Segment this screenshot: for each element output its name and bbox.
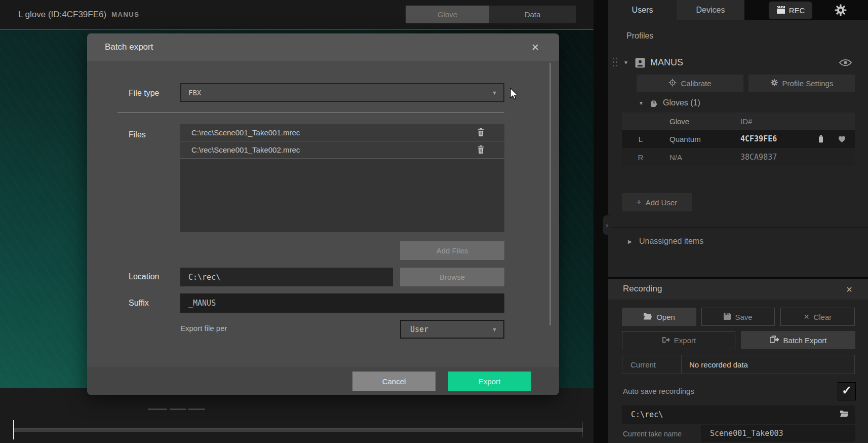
checkmark-icon: ✓ (842, 383, 852, 397)
file-path: C:\rec\Scene001_Take002.mrec (191, 141, 300, 158)
auto-save-label: Auto save recordings (623, 387, 694, 395)
export-file-per-value: User (410, 321, 428, 338)
close-icon[interactable]: ✕ (529, 41, 542, 54)
file-path: C:\rec\Scene001_Take001.mrec (191, 124, 300, 141)
batch-export-dialog: Batch export ✕ File type FBX ▼ Files C:\… (87, 33, 559, 395)
glove-type: Quantum (669, 130, 701, 148)
drag-handle-icon[interactable] (613, 58, 618, 68)
floppy-icon (724, 313, 731, 321)
occluded-ui-fragment (170, 409, 186, 410)
add-files-button[interactable]: Add Files (400, 241, 504, 260)
export-button[interactable]: Export (622, 331, 735, 349)
chevron-right-icon: › (606, 221, 608, 229)
occluded-ui-fragment (148, 409, 167, 410)
take-name-label: Current take name (623, 430, 682, 438)
column-header-glove: Glove (669, 113, 689, 130)
files-list: C:\rec\Scene001_Take001.mrec C:\rec\Scen… (180, 124, 504, 232)
current-value: No recorded data (689, 355, 748, 374)
chevron-down-icon: ▼ (492, 326, 497, 333)
open-button[interactable]: Open (622, 308, 696, 326)
profile-settings-button[interactable]: Profile Settings (748, 75, 855, 92)
clear-button[interactable]: ✕ Clear (780, 308, 855, 326)
cancel-button[interactable]: Cancel (352, 372, 436, 391)
dialog-scrollbar[interactable] (549, 63, 551, 325)
calibrate-label: Calibrate (681, 79, 711, 88)
table-row-right-glove[interactable]: R N/A 38CA9837 (622, 148, 855, 166)
recording-header: Recording ✕ (608, 279, 868, 300)
close-icon[interactable]: ✕ (844, 284, 855, 295)
divider (117, 112, 504, 113)
suffix-value: _MANUS (188, 293, 216, 313)
settings-gear-icon[interactable] (834, 4, 847, 19)
gloves-section-row[interactable]: ▼ Gloves (1) (608, 96, 868, 110)
files-label: Files (129, 130, 146, 139)
top-bar: L glove (ID:4CF39FE6) MANUS Glove Data (0, 0, 594, 29)
recording-title: Recording (623, 284, 662, 294)
timeline-scrubber[interactable] (13, 428, 583, 432)
playhead-handle[interactable] (13, 420, 14, 439)
add-user-button[interactable]: + Add User (622, 193, 692, 211)
right-panel-tabs: Users Devices REC (608, 0, 868, 20)
unassigned-items-row[interactable]: ▶ Unassigned items (608, 234, 868, 249)
location-input[interactable]: C:\rec\ (180, 268, 393, 286)
battery-icon (818, 130, 823, 148)
suffix-input[interactable]: _MANUS (180, 293, 504, 313)
glove-type: N/A (669, 148, 682, 166)
folder-open-icon (643, 313, 652, 321)
batch-export-button[interactable]: Batch Export (741, 331, 855, 349)
batch-export-label: Batch Export (783, 336, 827, 345)
profile-row-manus[interactable]: ▼ MANUS (608, 54, 868, 72)
export-icon (661, 336, 670, 345)
list-item[interactable]: C:\rec\Scene001_Take002.mrec (180, 141, 504, 159)
current-recording-box: Current No recorded data (622, 355, 855, 374)
export-file-per-label: Export file per (180, 324, 227, 333)
clear-label: Clear (813, 313, 832, 321)
rec-button[interactable]: REC (769, 2, 812, 19)
calibrate-button[interactable]: Calibrate (637, 75, 743, 92)
clapperboard-icon (776, 6, 785, 15)
browse-button[interactable]: Browse (400, 268, 504, 286)
folder-icon[interactable] (840, 410, 849, 419)
take-name-field[interactable]: Scene001_Take003 (701, 425, 855, 442)
current-label: Current (630, 355, 656, 374)
save-button[interactable]: Save (701, 308, 775, 326)
profiles-header: Profiles (626, 31, 653, 41)
list-item[interactable]: C:\rec\Scene001_Take001.mrec (180, 124, 504, 141)
dialog-title: Batch export (105, 42, 153, 52)
take-name-value: Scene001_Take003 (710, 425, 783, 442)
user-badge-icon (635, 58, 645, 70)
tab-data[interactable]: Data (489, 6, 576, 23)
hand-icon (650, 99, 658, 109)
chevron-down-icon[interactable]: ▼ (639, 100, 644, 106)
table-row-left-glove[interactable]: L Quantum 4CF39FE6 (622, 130, 855, 148)
divider (608, 227, 868, 228)
profile-name: MANUS (650, 57, 683, 68)
batch-export-icon (770, 336, 779, 345)
timeline-end-tick (582, 422, 582, 437)
save-label: Save (735, 313, 752, 321)
dialog-footer: Cancel Export (87, 367, 559, 395)
export-file-per-dropdown[interactable]: User ▼ (400, 320, 504, 339)
file-type-label: File type (129, 89, 159, 98)
chevron-right-icon[interactable]: ▶ (628, 239, 632, 244)
window-title: L glove (ID:4CF39FE6) MANUS (18, 0, 139, 29)
chevron-down-icon: ▼ (492, 90, 497, 96)
auto-save-checkbox[interactable]: ✓ (838, 382, 856, 400)
trash-icon[interactable] (478, 128, 484, 138)
gloves-table-header: Glove ID# (622, 113, 855, 130)
chevron-down-icon[interactable]: ▼ (623, 60, 628, 65)
save-path-field[interactable]: C:\rec\ (622, 405, 855, 424)
tab-devices[interactable]: Devices (677, 0, 744, 20)
tab-glove[interactable]: Glove (406, 6, 489, 23)
file-type-dropdown[interactable]: FBX ▼ (180, 83, 504, 102)
tab-users[interactable]: Users (608, 0, 677, 20)
visibility-eye-icon[interactable] (839, 58, 852, 69)
app-window: L glove (ID:4CF39FE6) MANUS Glove Data H… (0, 0, 868, 443)
trash-icon[interactable] (478, 145, 484, 156)
export-confirm-button[interactable]: Export (448, 372, 531, 391)
page-title: L glove (ID:4CF39FE6) (18, 10, 106, 20)
column-header-id: ID# (740, 113, 752, 130)
export-label: Export (674, 336, 696, 345)
glove-side: R (633, 148, 648, 166)
panel-collapse-handle[interactable]: › (603, 215, 611, 235)
